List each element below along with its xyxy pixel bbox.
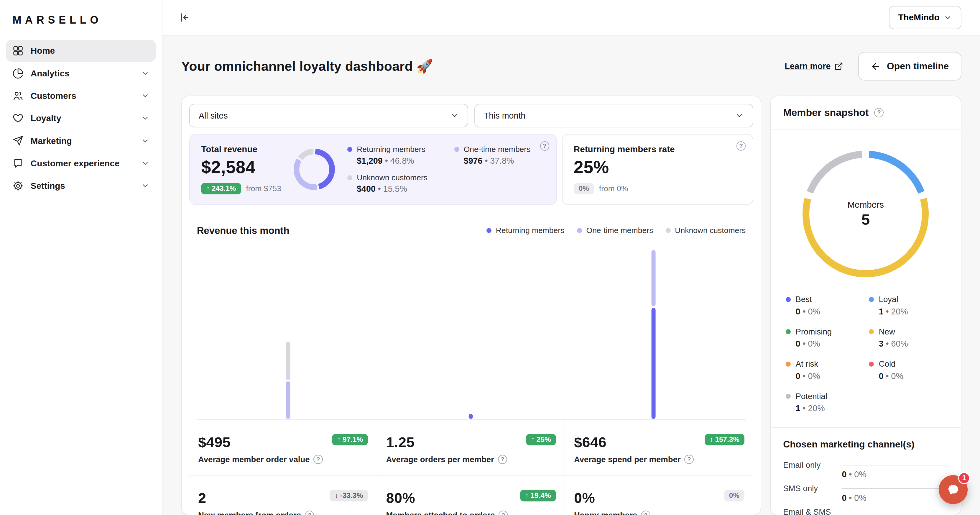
snapshot-legend-item: New 360% bbox=[869, 327, 946, 349]
stat-happy-members: 0%0% Happy members? bbox=[565, 476, 753, 515]
chevron-down-icon bbox=[735, 111, 744, 120]
total-revenue-value: $2,584 bbox=[201, 157, 281, 177]
change-badge: ↑97.1% bbox=[332, 434, 368, 445]
member-snapshot-title: Member snapshot bbox=[783, 107, 869, 118]
snapshot-legend-item: Loyal 120% bbox=[869, 295, 946, 316]
chevron-down-icon bbox=[450, 111, 459, 120]
marsello-logo: MARSELLO bbox=[6, 11, 156, 40]
legend-dot bbox=[869, 329, 874, 334]
learn-more-link[interactable]: Learn more bbox=[785, 61, 843, 71]
account-name: TheMindo bbox=[898, 13, 940, 22]
snapshot-legend-item: Promising 00% bbox=[786, 327, 863, 349]
total-revenue-card: ? Total revenue $2,584 ↑243.1% from $753 bbox=[189, 134, 557, 205]
revenue-breakdown-legend: Returning members $1,20946.8% One-time m… bbox=[347, 145, 545, 194]
legend-dot bbox=[786, 297, 791, 302]
member-segments-legend: Best 00% Loyal 120% Promising 00% New bbox=[783, 295, 948, 413]
help-icon[interactable]: ? bbox=[498, 455, 508, 464]
chart-legend: Returning members One-time members Unkno… bbox=[487, 226, 746, 235]
stat-new-members-from-orders: 2↓-33.3% New members from orders? bbox=[189, 476, 377, 515]
sidebar-item-home[interactable]: Home bbox=[6, 40, 156, 62]
stat-avg-spend-per-member: $646↑157.3% Average spend per member? bbox=[565, 420, 753, 476]
site-filter-select[interactable]: All sites bbox=[189, 104, 468, 128]
learn-more-label: Learn more bbox=[785, 61, 831, 71]
change-badge: 0% bbox=[724, 489, 745, 501]
returning-rate-value: 25% bbox=[574, 157, 741, 177]
legend-dot bbox=[786, 362, 791, 367]
revenue-bar bbox=[468, 414, 473, 419]
legend-dot bbox=[487, 228, 492, 233]
gear-icon bbox=[13, 180, 24, 191]
change-badge: ↑243.1% bbox=[201, 183, 241, 195]
chevron-down-icon bbox=[141, 114, 150, 123]
open-timeline-button[interactable]: Open timeline bbox=[858, 52, 961, 81]
legend-dot bbox=[577, 228, 582, 233]
content-area: Your omnichannel loyalty dashboard 🚀 Lea… bbox=[162, 36, 980, 515]
legend-item-unknown: Unknown customers $40015.5% bbox=[347, 173, 438, 194]
legend-dot bbox=[869, 362, 874, 367]
divider bbox=[771, 427, 961, 428]
arrow-left-icon bbox=[870, 61, 881, 72]
legend-item-one-time: One-time members $97637.8% bbox=[454, 145, 545, 166]
period-filter-value: This month bbox=[484, 111, 526, 121]
legend-dot bbox=[347, 175, 352, 180]
chevron-down-icon bbox=[141, 137, 150, 145]
page-header: Your omnichannel loyalty dashboard 🚀 Lea… bbox=[181, 52, 961, 81]
account-menu-button[interactable]: TheMindo bbox=[889, 6, 961, 29]
sidebar-item-label: Customers bbox=[31, 91, 76, 101]
help-icon[interactable]: ? bbox=[540, 141, 550, 151]
channel-bar-track bbox=[842, 488, 948, 489]
intercom-chat-button[interactable]: 1 bbox=[939, 475, 967, 504]
sidebar-item-loyalty[interactable]: Loyalty bbox=[6, 107, 156, 129]
legend-dot bbox=[786, 329, 791, 334]
site-filter-value: All sites bbox=[199, 111, 228, 121]
help-icon[interactable]: ? bbox=[641, 510, 651, 515]
change-badge: ↑157.3% bbox=[705, 434, 745, 445]
previous-value-text: from 0% bbox=[599, 184, 628, 193]
revenue-bar bbox=[651, 250, 656, 419]
legend-dot bbox=[666, 228, 671, 233]
stats-grid: $495↑97.1% Average member order value? 1… bbox=[189, 420, 753, 515]
chat-icon bbox=[947, 483, 960, 497]
legend-dot bbox=[786, 394, 791, 399]
sidebar-item-settings[interactable]: Settings bbox=[6, 175, 156, 197]
help-icon[interactable]: ? bbox=[737, 141, 746, 151]
help-icon[interactable]: ? bbox=[684, 455, 694, 464]
channel-row-email-and-sms: Email & SMS 10% bbox=[783, 507, 948, 515]
topbar: TheMindo bbox=[162, 0, 980, 36]
snapshot-legend-item: Cold 00% bbox=[869, 359, 946, 381]
sidebar-item-analytics[interactable]: Analytics bbox=[6, 62, 156, 85]
help-icon[interactable]: ? bbox=[874, 108, 884, 117]
help-icon[interactable]: ? bbox=[313, 455, 323, 464]
channels-title: Chosen marketing channel(s) bbox=[783, 439, 948, 450]
chat-bubble-icon bbox=[13, 158, 24, 169]
help-icon[interactable]: ? bbox=[305, 510, 314, 515]
stat-members-attached-to-orders: 80%↑19.4% Members attached to orders? bbox=[377, 476, 565, 515]
period-filter-select[interactable]: This month bbox=[474, 104, 753, 128]
open-timeline-label: Open timeline bbox=[887, 61, 949, 72]
sidebar-item-marketing[interactable]: Marketing bbox=[6, 130, 156, 151]
collapse-sidebar-icon[interactable] bbox=[178, 11, 190, 24]
send-icon bbox=[13, 135, 24, 146]
chevron-down-icon bbox=[141, 69, 150, 78]
help-icon[interactable]: ? bbox=[498, 510, 508, 515]
filters-row: All sites This month bbox=[189, 104, 753, 128]
stat-avg-member-order-value: $495↑97.1% Average member order value? bbox=[189, 420, 377, 476]
chevron-down-icon bbox=[944, 14, 952, 22]
sidebar-item-customers[interactable]: Customers bbox=[6, 85, 156, 107]
chevron-down-icon bbox=[141, 92, 150, 100]
sidebar-item-label: Marketing bbox=[31, 136, 72, 146]
change-badge: 0% bbox=[574, 183, 594, 195]
users-icon bbox=[13, 90, 24, 102]
sidebar-item-customer-experience[interactable]: Customer experience bbox=[6, 153, 156, 174]
change-badge: ↑25% bbox=[526, 434, 556, 445]
channel-bar-track bbox=[842, 512, 948, 512]
heart-icon bbox=[13, 113, 24, 124]
page-title: Your omnichannel loyalty dashboard 🚀 bbox=[181, 59, 433, 74]
sidebar-item-label: Loyalty bbox=[31, 113, 61, 123]
dashboard-card: All sites This month ? Total revenue bbox=[181, 96, 761, 515]
legend-dot bbox=[454, 147, 459, 152]
change-badge: ↑19.4% bbox=[520, 489, 556, 501]
change-badge: ↓-33.3% bbox=[329, 489, 368, 501]
legend-dot bbox=[347, 147, 352, 152]
sidebar-item-label: Settings bbox=[31, 181, 65, 191]
